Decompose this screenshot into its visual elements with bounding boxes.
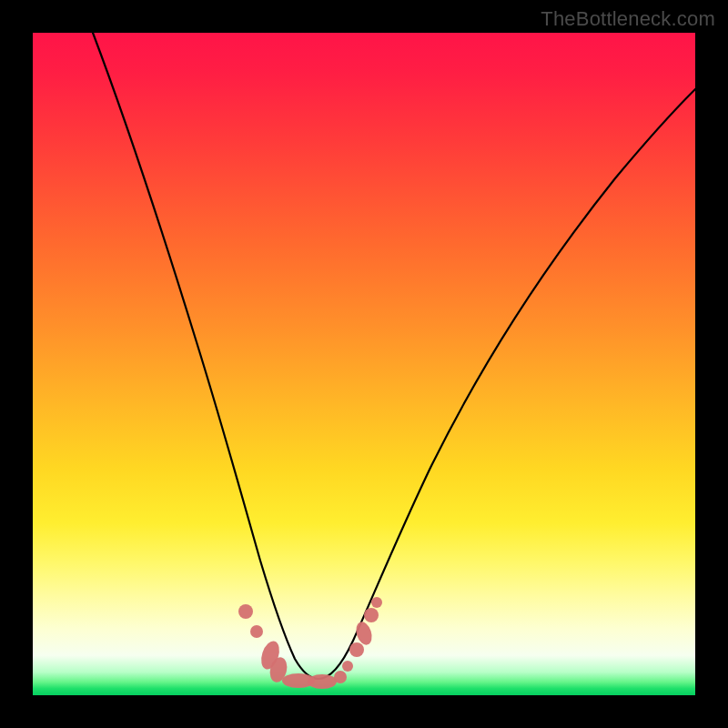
marker-cluster	[238, 597, 382, 689]
plot-area	[33, 33, 695, 695]
marker-blob	[308, 674, 337, 689]
marker-dot	[250, 625, 263, 638]
marker-dot	[238, 604, 253, 619]
chart-frame: TheBottleneck.com	[0, 0, 728, 728]
watermark-text: TheBottleneck.com	[541, 7, 715, 31]
marker-dot	[342, 661, 353, 672]
marker-dot	[334, 671, 347, 683]
marker-dot	[364, 608, 379, 622]
bottleneck-curve	[93, 33, 695, 679]
marker-dot	[371, 597, 382, 608]
marker-dot	[349, 642, 364, 657]
chart-svg	[33, 33, 695, 695]
